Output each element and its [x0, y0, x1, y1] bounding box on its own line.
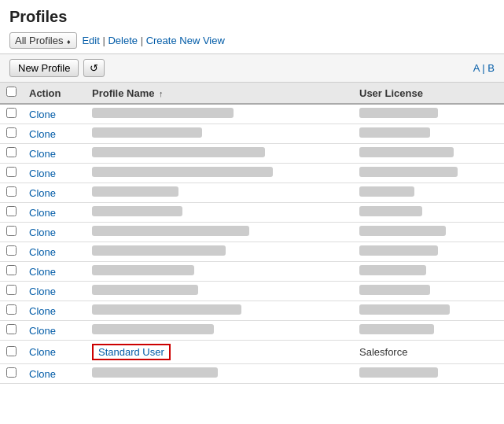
row-license-cell — [353, 223, 504, 242]
row-license-cell: Salesforce — [353, 341, 504, 364]
row-license-cell — [353, 203, 504, 223]
row-action-cell: Clone — [23, 242, 86, 262]
row-checkbox[interactable] — [6, 367, 17, 378]
row-checkbox[interactable] — [6, 285, 17, 295]
blurred-license — [359, 147, 454, 157]
blurred-license — [359, 304, 450, 315]
blurred-license — [359, 285, 430, 295]
row-action-cell: Clone — [23, 262, 86, 282]
page-header: Profiles All Profiles ⬧ Edit | Delete | … — [0, 0, 504, 54]
delete-view-link[interactable]: Delete — [108, 35, 138, 46]
row-checkbox-cell — [0, 321, 23, 341]
row-profile-name-cell: Standard User — [86, 341, 353, 364]
col-header-user-license: User License — [353, 83, 504, 104]
table-row: Clone — [0, 124, 504, 144]
pagination-b-link[interactable]: B — [487, 62, 495, 74]
row-checkbox-cell — [0, 262, 23, 282]
col-header-profile-name: Profile Name ↑ — [86, 83, 353, 104]
blurred-profile-name — [92, 324, 214, 334]
row-license-cell — [353, 242, 504, 262]
clone-link[interactable]: Clone — [29, 286, 56, 297]
row-checkbox[interactable] — [6, 127, 17, 138]
create-new-view-link[interactable]: Create New View — [146, 35, 225, 46]
row-checkbox[interactable] — [6, 108, 17, 118]
toolbar-left: New Profile ↺ — [9, 59, 105, 77]
blurred-license — [359, 324, 434, 334]
blurred-profile-name — [92, 147, 265, 157]
clone-link[interactable]: Clone — [29, 148, 56, 160]
row-checkbox[interactable] — [6, 304, 17, 315]
row-checkbox[interactable] — [6, 186, 17, 197]
clone-link[interactable]: Clone — [29, 207, 56, 219]
view-select-dropdown[interactable]: All Profiles ⬧ — [9, 32, 77, 49]
clone-link[interactable]: Clone — [29, 305, 56, 317]
clone-link[interactable]: Clone — [29, 246, 56, 258]
blurred-license — [359, 127, 430, 138]
row-checkbox[interactable] — [6, 324, 17, 334]
view-controls: All Profiles ⬧ Edit | Delete | Create Ne… — [9, 32, 495, 49]
blurred-license — [359, 226, 446, 236]
row-checkbox[interactable] — [6, 346, 17, 356]
row-checkbox-cell — [0, 242, 23, 262]
table-row: Clone — [0, 364, 504, 384]
table-row: Clone — [0, 242, 504, 262]
highlighted-profile-link[interactable]: Standard User — [92, 344, 171, 360]
row-checkbox-cell — [0, 104, 23, 124]
row-action-cell: Clone — [23, 223, 86, 242]
row-license-cell — [353, 364, 504, 384]
clone-link[interactable]: Clone — [29, 109, 56, 120]
blurred-license — [359, 167, 458, 177]
row-checkbox-cell — [0, 124, 23, 144]
row-checkbox[interactable] — [6, 206, 17, 216]
table-row: CloneStandard UserSalesforce — [0, 341, 504, 364]
row-action-cell: Clone — [23, 183, 86, 203]
sort-indicator: ↑ — [159, 89, 164, 98]
edit-view-link[interactable]: Edit — [82, 35, 99, 46]
clone-link[interactable]: Clone — [29, 227, 56, 238]
refresh-icon: ↺ — [90, 62, 98, 74]
row-action-cell: Clone — [23, 301, 86, 321]
clone-link[interactable]: Clone — [29, 346, 56, 358]
blurred-license — [359, 108, 438, 118]
row-profile-name-cell — [86, 321, 353, 341]
row-profile-name-cell — [86, 164, 353, 183]
row-profile-name-cell — [86, 203, 353, 223]
row-action-cell: Clone — [23, 341, 86, 364]
pagination-a-link[interactable]: A — [473, 62, 480, 74]
row-checkbox[interactable] — [6, 265, 17, 275]
blurred-profile-name — [92, 167, 273, 177]
blurred-profile-name — [92, 186, 178, 197]
blurred-profile-name — [92, 226, 249, 236]
row-checkbox[interactable] — [6, 167, 17, 177]
clone-link[interactable]: Clone — [29, 325, 56, 337]
row-profile-name-cell — [86, 301, 353, 321]
row-checkbox[interactable] — [6, 226, 17, 236]
license-value: Salesforce — [359, 346, 407, 358]
row-license-cell — [353, 262, 504, 282]
row-checkbox[interactable] — [6, 147, 17, 157]
new-profile-button[interactable]: New Profile — [9, 59, 79, 77]
clone-link[interactable]: Clone — [29, 187, 56, 199]
blurred-license — [359, 265, 426, 275]
row-checkbox[interactable] — [6, 245, 17, 256]
clone-link[interactable]: Clone — [29, 266, 56, 278]
row-action-cell: Clone — [23, 203, 86, 223]
row-license-cell — [353, 321, 504, 341]
row-profile-name-cell — [86, 242, 353, 262]
row-checkbox-cell — [0, 341, 23, 364]
clone-link[interactable]: Clone — [29, 168, 56, 179]
page-title: Profiles — [9, 8, 495, 26]
clone-link[interactable]: Clone — [29, 368, 56, 380]
refresh-button[interactable]: ↺ — [83, 59, 105, 77]
blurred-license — [359, 186, 414, 197]
row-license-cell — [353, 144, 504, 164]
blurred-profile-name — [92, 108, 234, 118]
select-all-checkbox[interactable] — [6, 87, 17, 97]
row-checkbox-cell — [0, 282, 23, 301]
blurred-profile-name — [92, 245, 226, 256]
row-profile-name-cell — [86, 262, 353, 282]
table-row: Clone — [0, 164, 504, 183]
blurred-profile-name — [92, 127, 202, 138]
blurred-license — [359, 367, 438, 378]
clone-link[interactable]: Clone — [29, 128, 56, 140]
